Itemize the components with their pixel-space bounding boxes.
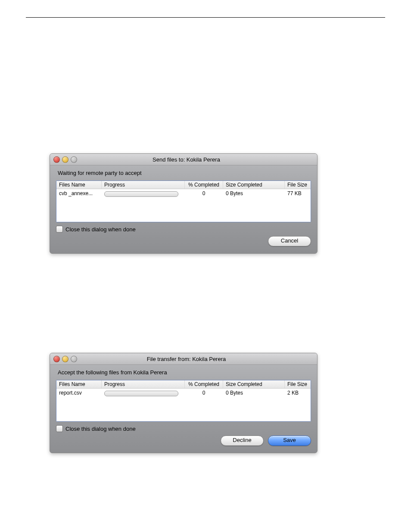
col-files-name[interactable]: Files Name — [56, 181, 102, 189]
decline-button[interactable]: Decline — [221, 436, 264, 446]
cell-progress — [102, 389, 185, 397]
col-progress[interactable]: Progress — [102, 181, 185, 189]
status-text: Accept the following files from Kokila P… — [56, 367, 311, 380]
titlebar[interactable]: File transfer from: Kokila Perera — [50, 353, 317, 365]
close-when-done-checkbox[interactable] — [56, 425, 63, 432]
cell-pct: 0 — [185, 389, 223, 397]
progress-bar — [104, 391, 178, 396]
cancel-button[interactable]: Cancel — [268, 236, 311, 246]
titlebar[interactable]: Send files to: Kokila Perera — [50, 154, 317, 165]
file-table: Files Name Progress % Completed Size Com… — [56, 380, 311, 422]
window-title: File transfer from: Kokila Perera — [59, 356, 314, 362]
cell-progress — [102, 190, 185, 198]
table-header: Files Name Progress % Completed Size Com… — [56, 181, 311, 189]
top-rule — [26, 17, 385, 18]
status-text: Waiting for remote party to accept — [56, 168, 311, 180]
close-when-done-checkbox[interactable] — [56, 226, 63, 233]
col-size-completed[interactable]: Size Completed — [223, 380, 285, 388]
cell-size: 0 Bytes — [223, 389, 285, 397]
close-when-done-label: Close this dialog when done — [65, 226, 136, 233]
col-pct-completed[interactable]: % Completed — [185, 380, 223, 388]
cell-fsize: 2 KB — [285, 389, 311, 397]
col-size-completed[interactable]: Size Completed — [223, 181, 285, 189]
close-when-done-label: Close this dialog when done — [65, 426, 136, 432]
table-row[interactable]: report.csv 0 0 Bytes 2 KB — [56, 389, 311, 397]
cell-pct: 0 — [185, 190, 223, 197]
col-progress[interactable]: Progress — [102, 380, 185, 388]
col-files-name[interactable]: Files Name — [56, 380, 102, 388]
col-file-size[interactable]: File Size — [285, 380, 311, 388]
save-button[interactable]: Save — [268, 436, 311, 446]
file-table: Files Name Progress % Completed Size Com… — [56, 180, 311, 222]
table-row[interactable]: cvb _annexe... 0 0 Bytes 77 KB — [56, 189, 311, 198]
cell-size: 0 Bytes — [223, 190, 285, 197]
send-files-dialog: Send files to: Kokila Perera Waiting for… — [50, 153, 318, 254]
cell-file-name: cvb _annexe... — [56, 190, 102, 197]
receive-files-dialog: File transfer from: Kokila Perera Accept… — [50, 353, 318, 453]
cell-file-name: report.csv — [56, 389, 102, 397]
progress-bar — [104, 191, 178, 197]
col-file-size[interactable]: File Size — [285, 181, 311, 189]
table-header: Files Name Progress % Completed Size Com… — [56, 380, 311, 389]
window-title: Send files to: Kokila Perera — [59, 156, 314, 163]
cell-fsize: 77 KB — [285, 190, 311, 197]
col-pct-completed[interactable]: % Completed — [185, 181, 223, 189]
